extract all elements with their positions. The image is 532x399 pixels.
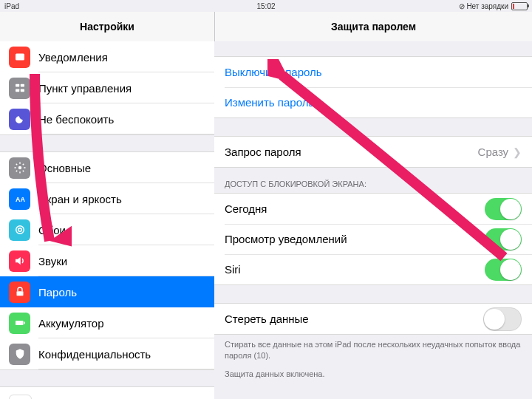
- require-value: Сразу: [478, 146, 509, 158]
- svg-rect-9: [16, 291, 23, 296]
- sidebar-item-label: Обои: [38, 224, 66, 236]
- sidebar-item-battery[interactable]: Аккумулятор: [0, 307, 214, 338]
- sidebar-item-label: Уведомления: [38, 51, 108, 64]
- sidebar-item-label: Аккумулятор: [38, 317, 104, 330]
- sidebar-item-control-center[interactable]: Пункт управления: [0, 72, 214, 103]
- svg-rect-11: [24, 322, 25, 324]
- toggle-notifview[interactable]: [485, 228, 522, 250]
- protection-note: Защита данных включена.: [214, 361, 532, 380]
- toggle-today[interactable]: [485, 198, 522, 220]
- turn-off-passcode-row[interactable]: Выключить пароль: [214, 57, 532, 87]
- svg-point-7: [16, 226, 24, 234]
- erase-toggle[interactable]: [483, 307, 522, 331]
- sidebar-item-label: Экран и яркость: [38, 193, 122, 205]
- toggle-label: Сегодня: [225, 202, 267, 215]
- toggle-label: Siri: [225, 263, 241, 276]
- toggle-row-siri[interactable]: Siri: [214, 254, 532, 284]
- settings-sidebar[interactable]: УведомленияПункт управленияНе беспокоить…: [0, 41, 215, 399]
- svg-rect-3: [16, 89, 19, 92]
- sidebar-item-label: Конфиденциальность: [38, 348, 151, 361]
- sidebar-item-sounds[interactable]: Звуки: [0, 245, 214, 276]
- sidebar-item-notifications[interactable]: Уведомления: [0, 41, 214, 72]
- notifications-icon: [9, 47, 30, 68]
- sidebar-item-passcode[interactable]: Пароль: [0, 276, 214, 307]
- sidebar-item-label: Звуки: [38, 255, 67, 267]
- sidebar-separator: [0, 134, 214, 152]
- sidebar-item-general[interactable]: Основные: [0, 152, 214, 183]
- svg-rect-10: [16, 321, 24, 325]
- change-passcode-row[interactable]: Изменить пароль: [214, 87, 532, 117]
- wallpaper-icon: [9, 219, 30, 241]
- svg-point-8: [18, 228, 21, 232]
- svg-point-5: [18, 166, 21, 170]
- header-bar: Настройки Защита паролем: [0, 12, 532, 42]
- battery-icon: [511, 2, 528, 10]
- privacy-icon: [9, 344, 30, 365]
- sidebar-title: Настройки: [0, 12, 215, 41]
- display-icon: AA: [9, 188, 30, 210]
- status-bar: iPad 15:02 ⊘ Нет зарядки: [0, 0, 532, 12]
- status-time: 15:02: [0, 2, 532, 10]
- erase-note: Стирать все данные на этом iPad после не…: [214, 335, 532, 361]
- sidebar-item-display[interactable]: AAЭкран и яркость: [0, 183, 214, 214]
- access-section-header: ДОСТУП С БЛОКИРОВКОЙ ЭКРАНА:: [214, 168, 532, 193]
- erase-data-row[interactable]: Стереть данные: [214, 304, 532, 334]
- toggle-row-notifview[interactable]: Просмотр уведомлений: [214, 224, 532, 254]
- sidebar-item-dnd[interactable]: Не беспокоить: [0, 103, 214, 134]
- icloud-icon: [9, 395, 32, 400]
- sounds-icon: [9, 250, 30, 272]
- svg-rect-1: [16, 84, 19, 87]
- sidebar-item-label: Не беспокоить: [38, 113, 114, 126]
- sidebar-item-label: Пункт управления: [38, 82, 132, 95]
- sidebar-item-label: Пароль: [38, 286, 77, 299]
- toggle-label: Просмотр уведомлений: [225, 233, 347, 245]
- require-passcode-row[interactable]: Запрос пароля Сразу ❯: [214, 137, 532, 167]
- passcode-content[interactable]: Выключить пароль Изменить пароль Запрос …: [214, 41, 532, 399]
- sidebar-item-wallpaper[interactable]: Обои: [0, 214, 214, 245]
- svg-rect-2: [20, 84, 24, 87]
- sidebar-item-label: Основные: [38, 162, 91, 174]
- sidebar-item-privacy[interactable]: Конфиденциальность: [0, 338, 214, 369]
- battery-icon: [9, 313, 30, 334]
- svg-text:AA: AA: [16, 196, 25, 203]
- toggle-row-today[interactable]: Сегодня: [214, 194, 532, 224]
- svg-rect-0: [16, 54, 24, 61]
- sidebar-separator: [0, 369, 214, 387]
- sidebar-item-icloud[interactable]: iCloud: [0, 387, 214, 399]
- content-title: Защита паролем: [215, 12, 532, 41]
- chevron-right-icon: ❯: [513, 146, 522, 158]
- passcode-icon: [9, 282, 30, 303]
- toggle-siri[interactable]: [485, 259, 522, 281]
- dnd-icon: [9, 109, 30, 130]
- general-icon: [9, 157, 30, 179]
- require-label: Запрос пароля: [225, 146, 301, 158]
- svg-rect-4: [20, 89, 24, 92]
- control-center-icon: [9, 78, 30, 99]
